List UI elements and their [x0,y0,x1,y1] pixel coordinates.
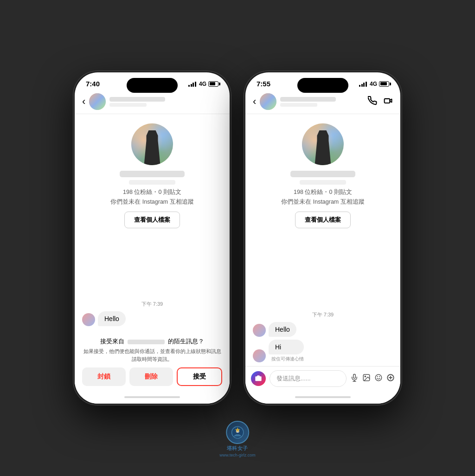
message-row-left-0: Hello [82,311,222,326]
network-type-right: 4G [370,81,377,87]
signal-icon-left [188,81,196,87]
delete-button[interactable]: 刪除 [129,367,173,386]
network-type-left: 4G [199,81,206,87]
svg-rect-0 [385,98,390,103]
silhouette-right [311,130,334,165]
dynamic-island-left [127,78,178,93]
nav-actions-right [368,96,393,108]
block-button[interactable]: 封鎖 [82,367,126,386]
request-section-left: 接受來自 的陌生訊息？ 如果接受，他們便也能與你通話，並查看你的上線狀態和訊息請… [75,333,230,391]
nav-info-left [109,97,222,107]
input-bar-right: 發送訊息...... [245,366,400,391]
view-profile-btn-left[interactable]: 查看個人檔案 [124,212,180,228]
profile-follow-info-left: 你們並未在 Instagram 互相追蹤 [110,198,194,206]
battery-icon-left [208,81,218,87]
watermark: 塔科女子 www.tech-girlz.com [219,421,256,457]
phone-left-inner: 7:40 4G ‹ [75,72,230,404]
video-button-right[interactable] [384,96,393,108]
signal-icon-right [359,81,367,87]
home-bar-left [124,396,180,398]
back-button-right[interactable]: ‹ [253,96,256,108]
watermark-logo [226,421,249,444]
svg-point-7 [375,374,382,381]
message-avatar-right-0 [253,324,266,337]
view-profile-btn-right[interactable]: 查看個人檔案 [295,212,351,228]
nav-name-blur-right [280,97,336,102]
time-divider-left: 下午 7:39 [82,301,222,308]
request-text-sub: 如果接受，他們便也能與你通話，並查看你的上線狀態和訊息請取時間等資訊。 [82,347,222,363]
camera-button-right[interactable] [251,371,266,386]
nav-avatar-left[interactable] [89,93,106,110]
home-indicator-left [75,391,230,404]
nav-sub-blur-left [109,103,147,107]
profile-section-left: 198 位粉絲・0 則貼文 你們並未在 Instagram 互相追蹤 查看個人檔… [75,114,230,236]
battery-fill-left [210,82,216,85]
message-bubble-right-1: Hi [269,340,304,354]
request-prefix: 接受來自 [100,338,124,345]
message-bubble-right-0: Hello [269,322,296,337]
chat-body-left: 198 位粉絲・0 則貼文 你們並未在 Instagram 互相追蹤 查看個人檔… [75,114,230,404]
silhouette-left [141,130,164,165]
battery-fill-right [380,82,387,85]
profile-name-blur-right [290,171,355,177]
request-text-main: 接受來自 的陌生訊息？ [82,337,222,346]
request-buttons: 封鎖 刪除 接受 [82,367,222,386]
message-row-right-0: Hello [253,322,393,337]
time-left: 7:40 [86,80,100,88]
nav-bar-left: ‹ [75,90,230,114]
message-avatar-right-1 [253,349,266,362]
messages-area-right: 下午 7:39 Hello Hi 按住可傳達心情 [245,236,400,366]
request-suffix: 的陌生訊息？ [168,338,204,345]
profile-name-blur2-left [129,180,175,185]
profile-avatar-inner-left [131,123,173,165]
battery-icon-right [379,81,389,87]
svg-point-6 [365,376,366,377]
status-icons-left: 4G [188,81,218,87]
message-row-right-1: Hi 按住可傳達心情 [253,340,393,362]
nav-sub-blur-right [280,103,317,107]
watermark-name: 塔科女子 [227,445,248,452]
message-input-right[interactable]: 發送訊息...... [270,370,347,387]
plus-icon-right[interactable] [386,373,395,384]
svg-rect-2 [353,374,356,378]
dynamic-island-right [297,78,348,93]
time-divider-right: 下午 7:39 [253,311,393,318]
phone-right: 7:55 4G ‹ [244,71,402,405]
home-bar-right [295,396,351,398]
nav-avatar-right[interactable] [260,93,276,110]
message-bubble-left-0: Hello [98,311,126,326]
phone-right-inner: 7:55 4G ‹ [245,72,400,404]
nav-info-right [280,97,364,107]
screenshot-container: 7:40 4G ‹ [0,0,475,476]
nav-name-blur-left [109,97,165,102]
profile-avatar-left[interactable] [131,123,173,165]
chat-body-right: 198 位粉絲・0 則貼文 你們並未在 Instagram 互相追蹤 查看個人檔… [245,114,400,404]
accept-button[interactable]: 接受 [177,367,222,386]
watermark-url: www.tech-girlz.com [219,453,256,457]
profile-avatar-right[interactable] [302,123,344,165]
profile-follow-info-right: 你們並未在 Instagram 互相追蹤 [281,198,365,206]
profile-avatar-inner-right [302,123,344,165]
message-bubble-col: Hi 按住可傳達心情 [269,340,304,362]
back-button-left[interactable]: ‹ [82,96,85,108]
message-sub-right-1: 按住可傳達心情 [271,356,304,362]
status-icons-right: 4G [359,81,389,87]
home-indicator-right [245,391,400,404]
profile-name-blur2-right [300,180,346,185]
messages-area-left: 下午 7:39 Hello [75,236,230,333]
profile-name-blur-left [120,171,185,177]
message-avatar-left [82,313,95,326]
call-button-right[interactable] [368,96,377,108]
emoji-icon-right[interactable] [374,373,383,384]
phone-left: 7:40 4G ‹ [73,71,231,405]
profile-stats-right: 198 位粉絲・0 則貼文 [294,188,352,196]
profile-stats-left: 198 位粉絲・0 則貼文 [123,188,181,196]
image-icon-right[interactable] [362,373,371,384]
request-name-blur [128,340,165,344]
input-placeholder-right: 發送訊息...... [276,375,311,382]
mic-icon-right[interactable] [350,373,359,384]
nav-bar-right: ‹ [245,90,400,114]
profile-section-right: 198 位粉絲・0 則貼文 你們並未在 Instagram 互相追蹤 查看個人檔… [245,114,400,236]
time-right: 7:55 [257,80,270,88]
